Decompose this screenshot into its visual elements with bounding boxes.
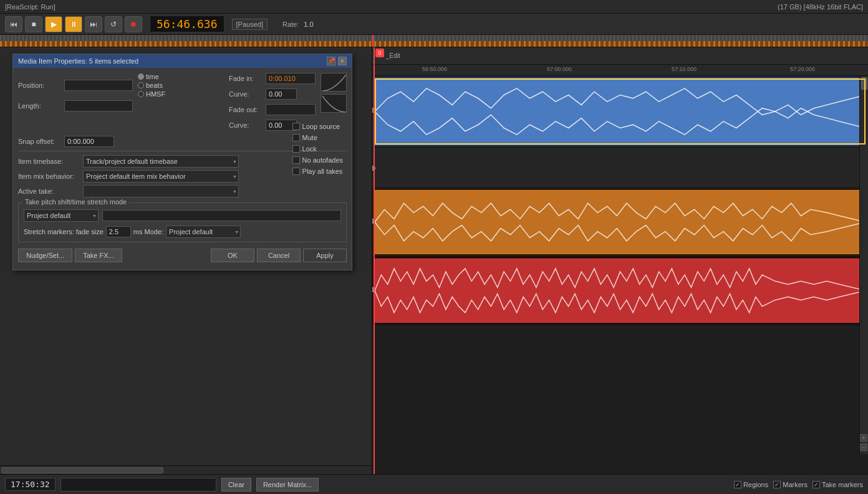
no-autofades-label: No autofades bbox=[302, 156, 343, 164]
pitch-mode-dropdown[interactable]: Project default bbox=[24, 209, 99, 222]
waveform-clip-1[interactable] bbox=[374, 78, 866, 145]
media-item-properties-dialog: Media Item Properties: 5 items selected … bbox=[12, 54, 352, 270]
dialog-pin-button[interactable]: 📌 bbox=[327, 57, 335, 65]
fade-out-shape-button[interactable] bbox=[321, 94, 347, 113]
record-button[interactable]: ⏺ bbox=[125, 16, 142, 32]
button-row: Nudge/Set... Take FX... OK Cancel Apply bbox=[18, 246, 347, 265]
mute-row: Mute bbox=[292, 134, 343, 141]
position-input[interactable] bbox=[64, 80, 133, 91]
no-autofades-row: No autofades bbox=[292, 156, 343, 164]
overview-track-1 bbox=[0, 35, 868, 41]
radio-hmsf[interactable] bbox=[138, 91, 144, 97]
mute-checkbox[interactable] bbox=[292, 134, 300, 141]
play-all-takes-checkbox[interactable] bbox=[292, 168, 300, 175]
loop-button[interactable]: ↺ bbox=[105, 16, 122, 32]
zoom-minus-button[interactable]: − bbox=[860, 444, 867, 451]
title-left: [ReaScript: Run] bbox=[5, 3, 55, 11]
active-take-dropdown[interactable] bbox=[83, 185, 239, 197]
left-panel-scrollbar[interactable] bbox=[0, 465, 372, 474]
go-to-end-button[interactable]: ⏭ bbox=[85, 16, 102, 32]
take-markers-checkbox[interactable] bbox=[813, 481, 820, 488]
zoom-plus-button[interactable]: + bbox=[860, 434, 867, 442]
track-row-4 bbox=[372, 257, 868, 325]
take-fx-button[interactable]: Take FX... bbox=[75, 249, 122, 262]
loop-source-checkbox[interactable] bbox=[292, 123, 300, 130]
item-timebase-dropdown[interactable]: Track/project default timebase bbox=[83, 155, 239, 168]
stretch-mode-dropdown[interactable]: Project default bbox=[166, 226, 241, 238]
length-label: Length: bbox=[18, 102, 62, 110]
stretch-fade-input[interactable] bbox=[106, 226, 131, 237]
waveform-svg-1 bbox=[375, 78, 866, 145]
v-scrollbar[interactable]: + − bbox=[859, 76, 868, 454]
fade-in-row: Fade in: bbox=[229, 73, 316, 84]
active-take-label: Active take: bbox=[18, 188, 80, 195]
position-row: Position: time beats bbox=[18, 73, 223, 98]
timeline-playhead bbox=[374, 47, 375, 474]
rate-label: Rate: bbox=[282, 21, 299, 28]
radio-beats[interactable] bbox=[138, 82, 144, 88]
dialog-title: Media Item Properties: 5 items selected bbox=[18, 57, 138, 65]
snap-offset-label: Snap offset: bbox=[18, 138, 62, 145]
play-all-takes-row: Play all takes bbox=[292, 168, 343, 175]
dialog-close-button[interactable]: ✕ bbox=[338, 57, 347, 65]
stop-button[interactable]: ■ bbox=[25, 16, 42, 32]
paused-badge: [Paused] bbox=[232, 19, 268, 30]
title-right: (17 GB) [48kHz 16bit FLAC] bbox=[778, 3, 863, 11]
track-area bbox=[372, 76, 868, 325]
item-mix-label: Item mix behavior: bbox=[18, 173, 80, 180]
timeline-header: 0 _Edit bbox=[372, 47, 868, 65]
lock-checkbox[interactable] bbox=[292, 145, 300, 153]
lock-row: Lock bbox=[292, 145, 343, 153]
pitch-group-title: Take pitch shift/time stretch mode bbox=[22, 198, 129, 206]
apply-button[interactable]: Apply bbox=[303, 249, 347, 262]
status-bar: 17:50:32 Clear Render Matrix... Regions … bbox=[0, 474, 868, 494]
nudge-set-button[interactable]: Nudge/Set... bbox=[18, 249, 72, 262]
fade-in-shape-button[interactable] bbox=[321, 73, 347, 92]
transport-bar: ⏮ ■ ▶ ⏸ ⏭ ↺ ⏺ 56:46.636 [Paused] Rate: 1… bbox=[0, 14, 868, 35]
waveform-svg-3 bbox=[375, 191, 866, 254]
fade-in-curve-input[interactable] bbox=[266, 88, 297, 100]
fade-in-input[interactable] bbox=[266, 73, 316, 84]
fade-out-row: Fade out: bbox=[229, 104, 316, 115]
status-time: 17:50:32 bbox=[5, 478, 55, 491]
markers-label: Markers bbox=[783, 481, 808, 488]
overview-bar bbox=[0, 35, 868, 47]
pause-button[interactable]: ⏸ bbox=[65, 16, 82, 32]
position-label: Position: bbox=[18, 82, 62, 89]
search-input[interactable] bbox=[60, 478, 216, 492]
snap-offset-input[interactable] bbox=[64, 136, 114, 147]
markers-checkbox-label: Markers bbox=[773, 481, 808, 488]
play-button[interactable]: ▶ bbox=[45, 16, 62, 32]
ruler-mark-2: 57:00.000 bbox=[547, 66, 572, 72]
regions-label: Regions bbox=[743, 481, 768, 488]
ruler-mark-1: 56:50.000 bbox=[422, 66, 447, 72]
waveform-clip-4[interactable] bbox=[374, 259, 866, 323]
loop-source-label: Loop source bbox=[302, 123, 340, 130]
radio-hmsf-row: HMSF bbox=[138, 90, 165, 98]
waveform-svg-4 bbox=[375, 259, 866, 322]
ruler-mark-3: 57:10.000 bbox=[672, 66, 697, 72]
go-to-start-button[interactable]: ⏮ bbox=[5, 16, 22, 32]
length-input[interactable] bbox=[64, 100, 133, 112]
ok-button[interactable]: OK bbox=[211, 249, 254, 262]
regions-checkbox[interactable] bbox=[734, 481, 741, 488]
stretch-row: Stretch markers: fade size ms Mode: Proj… bbox=[24, 226, 341, 238]
fade-out-input[interactable] bbox=[266, 104, 316, 115]
clear-button[interactable]: Clear bbox=[221, 478, 251, 492]
cancel-button[interactable]: Cancel bbox=[257, 249, 301, 262]
render-matrix-button[interactable]: Render Matrix... bbox=[256, 478, 319, 492]
markers-checkbox[interactable] bbox=[773, 481, 781, 488]
active-take-row: Active take: bbox=[18, 185, 347, 197]
play-all-takes-label: Play all takes bbox=[302, 168, 343, 175]
radio-time[interactable] bbox=[138, 74, 144, 80]
item-timebase-label: Item timebase: bbox=[18, 158, 80, 165]
waveform-clip-3[interactable] bbox=[374, 190, 866, 254]
lock-label: Lock bbox=[302, 145, 317, 153]
pitch-text-input[interactable] bbox=[102, 210, 341, 221]
fade-in-label: Fade in: bbox=[229, 75, 263, 82]
item-mix-dropdown[interactable]: Project default item mix behavior bbox=[83, 170, 239, 183]
overview-track-2 bbox=[0, 41, 868, 47]
no-autofades-checkbox[interactable] bbox=[292, 156, 300, 164]
pitch-group-box: Take pitch shift/time stretch mode Proje… bbox=[18, 202, 347, 242]
edit-cursor-label: 0 bbox=[375, 49, 384, 57]
